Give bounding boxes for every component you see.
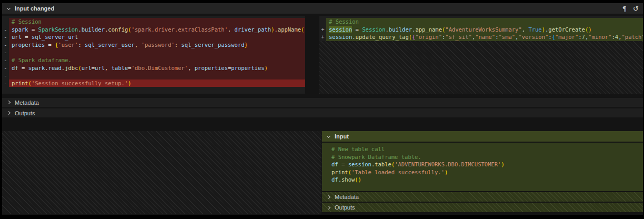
chevron-right-icon [7, 111, 11, 115]
deleted-line-marker: - [2, 72, 9, 79]
line-gutter [2, 18, 9, 26]
code-text: print('Session successfully setup.') [9, 79, 305, 87]
line-gutter [322, 176, 329, 184]
input-header[interactable]: Input [322, 131, 643, 142]
inserted-code-editor[interactable]: # New table call# Snowpark Dataframe tab… [322, 143, 643, 191]
chevron-down-icon [7, 6, 11, 9]
code-line: -print('Session successfully setup.') [2, 79, 305, 87]
code-line: # Session [2, 18, 305, 26]
code-text: session = Session.builder.app_name("Adve… [326, 26, 643, 34]
deleted-line-marker: - [2, 48, 9, 56]
code-text: # Session [9, 18, 305, 26]
code-text [9, 72, 305, 79]
deleted-line-marker: - [2, 26, 9, 34]
line-gutter [322, 168, 329, 176]
metadata-section-header[interactable]: Metadata [2, 98, 643, 107]
input-changed-label: Input changed [15, 5, 54, 12]
empty-space [322, 184, 643, 191]
deleted-line-marker: - [2, 56, 9, 64]
outputs-label: Outputs [15, 110, 35, 116]
code-line: - [2, 48, 305, 56]
code-text: df.show() [329, 176, 643, 184]
metadata-label: Metadata [15, 99, 39, 106]
added-line-marker: + [319, 26, 326, 34]
code-line: df.show() [322, 176, 643, 184]
code-text: url = sql_server_url [9, 33, 305, 41]
empty-space [2, 87, 305, 94]
code-line: -# Spark dataframe. [2, 56, 305, 64]
code-text: df = session.table('ADVENTUREWORKS.DBO.D… [329, 161, 643, 168]
code-text: # Spark dataframe. [9, 56, 305, 64]
inserted-cell-section: Input # New table call# Snowpark Datafra… [2, 131, 643, 214]
code-line: df = session.table('ADVENTUREWORKS.DBO.D… [322, 161, 643, 168]
code-line: # Session [319, 18, 643, 26]
outputs-section-header[interactable]: Outputs [2, 108, 643, 117]
code-text: session.update_query_tag({"origin":"sf_s… [326, 33, 643, 41]
chevron-down-icon [327, 134, 330, 137]
line-gutter [319, 18, 326, 26]
code-text: # Session [326, 18, 643, 26]
code-line: +session = Session.builder.app_name("Adv… [319, 26, 643, 34]
code-text: properties = {'user': sql_server_user, '… [9, 41, 305, 49]
toggle-whitespace-icon[interactable]: ¶ [622, 5, 627, 12]
line-gutter [322, 145, 329, 153]
modified-code-editor[interactable]: # Session+session = Session.builder.app_… [319, 16, 643, 94]
deleted-line-marker: - [2, 64, 9, 72]
inserted-outputs-section-header[interactable]: Outputs [322, 203, 643, 212]
chevron-right-icon [327, 195, 330, 198]
code-text: # Snowpark Dataframe table. [329, 153, 643, 161]
code-line: -spark = SparkSession.builder.config('sp… [2, 26, 305, 34]
code-text: print('Table loaded successfully.') [329, 168, 643, 176]
metadata-label: Metadata [335, 194, 359, 200]
chevron-right-icon [7, 101, 11, 104]
code-line: - [2, 72, 305, 79]
added-line-marker: + [319, 33, 326, 41]
original-code-editor[interactable]: # Session-spark = SparkSession.builder.c… [2, 16, 305, 94]
inserted-metadata-section-header[interactable]: Metadata [322, 192, 643, 202]
empty-space [319, 41, 643, 94]
code-line: +session.update_query_tag({"origin":"sf_… [319, 33, 643, 41]
outputs-label: Outputs [335, 204, 355, 211]
deleted-line-marker: - [2, 33, 9, 41]
input-label: Input [335, 133, 349, 140]
code-line: -properties = {'user': sql_server_user, … [2, 41, 305, 49]
deleted-line-marker: - [2, 41, 9, 49]
input-changed-header[interactable]: Input changed ¶ ↺ [2, 3, 643, 14]
code-line: -url = sql_server_url [2, 33, 305, 41]
revert-input-icon[interactable]: ↺ [633, 5, 639, 12]
line-gutter [322, 153, 329, 161]
side-by-side-diff: # Session-spark = SparkSession.builder.c… [2, 16, 643, 94]
code-line: # Snowpark Dataframe table. [322, 153, 643, 161]
notebook-diff-view: Input changed ¶ ↺ # Session-spark = Spar… [2, 3, 643, 215]
inserted-cell: Input # New table call# Snowpark Datafra… [322, 131, 643, 214]
code-text: df = spark.read.jdbc(url=url, table='dbo… [9, 64, 305, 72]
code-text: # New table call [329, 145, 643, 153]
code-line: print('Table loaded successfully.') [322, 168, 643, 176]
header-toolbar: ¶ ↺ [622, 5, 639, 12]
deleted-line-marker: - [2, 79, 9, 87]
line-gutter [322, 161, 329, 168]
code-text [9, 48, 305, 56]
chevron-right-icon [327, 205, 330, 209]
code-line: # New table call [322, 145, 643, 153]
code-text: spark = SparkSession.builder.config('spa… [9, 26, 305, 34]
empty-original-placeholder [2, 131, 321, 214]
code-line: -df = spark.read.jdbc(url=url, table='db… [2, 64, 305, 72]
modified-cell-section: Input changed ¶ ↺ # Session-spark = Spar… [2, 3, 643, 117]
